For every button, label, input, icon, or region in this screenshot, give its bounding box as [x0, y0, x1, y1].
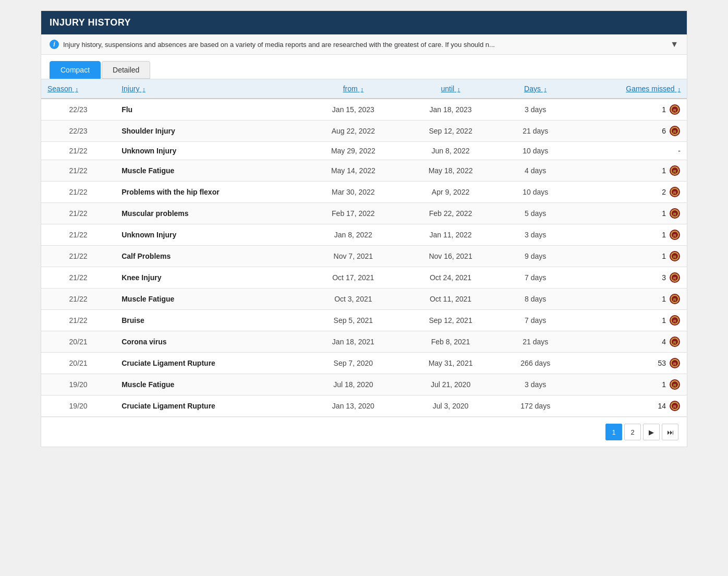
table-row: 21/22 Muscle Fatigue May 14, 2022 May 18…	[41, 160, 687, 182]
cell-games: 1 R	[572, 224, 687, 246]
svg-text:R: R	[673, 212, 676, 217]
sort-icon-from: ↕	[361, 86, 364, 92]
cell-until: Jan 11, 2022	[402, 224, 500, 246]
cell-injury: Muscle Fatigue	[115, 374, 305, 395]
cell-until: Jul 21, 2020	[402, 374, 500, 395]
col-until: until ↕	[402, 79, 500, 99]
sort-icon-season: ↕	[75, 86, 78, 92]
cell-days: 10 days	[499, 182, 572, 203]
col-days-link[interactable]: Days ↕	[524, 85, 547, 93]
next-page-button[interactable]: ▶	[643, 424, 660, 440]
col-from-link[interactable]: from ↕	[343, 85, 363, 93]
svg-text:R: R	[673, 383, 676, 388]
svg-text:R: R	[673, 276, 676, 281]
cell-injury: Cruciate Ligament Rupture	[115, 395, 305, 417]
cell-from: May 14, 2022	[305, 160, 402, 182]
cell-from: Sep 7, 2020	[305, 353, 402, 374]
table-row: 21/22 Knee Injury Oct 17, 2021 Oct 24, 2…	[41, 267, 687, 289]
cell-games: 14 R	[572, 395, 687, 417]
last-page-button[interactable]: ⏭	[662, 424, 678, 440]
svg-text:R: R	[673, 297, 676, 302]
cell-season: 21/22	[41, 289, 115, 310]
svg-text:R: R	[673, 362, 676, 366]
cell-days: 8 days	[499, 289, 572, 310]
cell-season: 20/21	[41, 353, 115, 374]
col-season-link[interactable]: Season ↕	[47, 85, 78, 93]
tab-detailed[interactable]: Detailed	[102, 61, 150, 79]
pagination: 1 2 ▶ ⏭	[41, 417, 687, 447]
page-button-2[interactable]: 2	[624, 424, 641, 440]
cell-days: 21 days	[499, 121, 572, 142]
col-injury: Injury ↕	[115, 79, 305, 99]
table-row: 20/21 Cruciate Ligament Rupture Sep 7, 2…	[41, 353, 687, 374]
cell-games: 1 R	[572, 99, 687, 121]
page-button-1[interactable]: 1	[605, 424, 622, 440]
cell-games: 6 R	[572, 121, 687, 142]
table-row: 21/22 Muscular problems Feb 17, 2022 Feb…	[41, 203, 687, 224]
svg-text:R: R	[673, 319, 676, 323]
cell-games: 2 R	[572, 182, 687, 203]
col-games-missed-link[interactable]: Games missed ↕	[626, 85, 681, 93]
tab-compact[interactable]: Compact	[50, 61, 101, 79]
sort-icon-until: ↕	[457, 86, 460, 92]
chevron-down-icon[interactable]: ▼	[670, 40, 678, 49]
cell-games: 1 R	[572, 160, 687, 182]
cell-days: 3 days	[499, 374, 572, 395]
cell-days: 7 days	[499, 310, 572, 331]
cell-games: 1 R	[572, 289, 687, 310]
cell-season: 21/22	[41, 267, 115, 289]
cell-from: Jul 18, 2020	[305, 374, 402, 395]
cell-from: Jan 18, 2021	[305, 331, 402, 353]
tabs-container: Compact Detailed	[41, 55, 687, 79]
injury-history-container: INJURY HISTORY i Injury history, suspens…	[41, 10, 687, 447]
cell-from: Nov 7, 2021	[305, 246, 402, 267]
cell-season: 21/22	[41, 246, 115, 267]
info-bar: i Injury history, suspensions and absenc…	[41, 34, 687, 55]
cell-season: 19/20	[41, 374, 115, 395]
cell-days: 21 days	[499, 331, 572, 353]
cell-games: 1 R	[572, 246, 687, 267]
cell-days: 4 days	[499, 160, 572, 182]
cell-injury: Knee Injury	[115, 267, 305, 289]
cell-games: 53 R	[572, 353, 687, 374]
table-row: 19/20 Muscle Fatigue Jul 18, 2020 Jul 21…	[41, 374, 687, 395]
cell-from: Sep 5, 2021	[305, 310, 402, 331]
cell-days: 9 days	[499, 246, 572, 267]
cell-season: 21/22	[41, 142, 115, 160]
cell-from: Jan 15, 2023	[305, 99, 402, 121]
cell-season: 21/22	[41, 310, 115, 331]
cell-season: 20/21	[41, 331, 115, 353]
table-header-row: Season ↕ Injury ↕ from ↕	[41, 79, 687, 99]
page-header: INJURY HISTORY	[41, 11, 687, 34]
cell-days: 172 days	[499, 395, 572, 417]
cell-days: 266 days	[499, 353, 572, 374]
table-row: 21/22 Problems with the hip flexor Mar 3…	[41, 182, 687, 203]
cell-injury: Unknown Injury	[115, 142, 305, 160]
cell-season: 21/22	[41, 160, 115, 182]
cell-until: Feb 8, 2021	[402, 331, 500, 353]
cell-games: 3 R	[572, 267, 687, 289]
table-row: 22/23 Flu Jan 15, 2023 Jan 18, 2023 3 da…	[41, 99, 687, 121]
table-row: 19/20 Cruciate Ligament Rupture Jan 13, …	[41, 395, 687, 417]
col-games-missed: Games missed ↕	[572, 79, 687, 99]
table-row: 21/22 Unknown Injury May 29, 2022 Jun 8,…	[41, 142, 687, 160]
cell-injury: Calf Problems	[115, 246, 305, 267]
table-row: 21/22 Muscle Fatigue Oct 3, 2021 Oct 11,…	[41, 289, 687, 310]
cell-until: Jan 18, 2023	[402, 99, 500, 121]
cell-until: Feb 22, 2022	[402, 203, 500, 224]
col-injury-link[interactable]: Injury ↕	[122, 85, 145, 93]
col-days: Days ↕	[499, 79, 572, 99]
cell-injury: Corona virus	[115, 331, 305, 353]
cell-from: Aug 22, 2022	[305, 121, 402, 142]
cell-injury: Shoulder Injury	[115, 121, 305, 142]
cell-until: Sep 12, 2022	[402, 121, 500, 142]
col-until-link[interactable]: until ↕	[441, 85, 460, 93]
cell-days: 3 days	[499, 99, 572, 121]
info-icon: i	[50, 40, 59, 49]
cell-until: Apr 9, 2022	[402, 182, 500, 203]
cell-season: 22/23	[41, 99, 115, 121]
info-text: Injury history, suspensions and absences…	[63, 41, 495, 49]
cell-games: 1 R	[572, 310, 687, 331]
cell-games: 1 R	[572, 203, 687, 224]
sort-icon-injury: ↕	[142, 86, 145, 92]
